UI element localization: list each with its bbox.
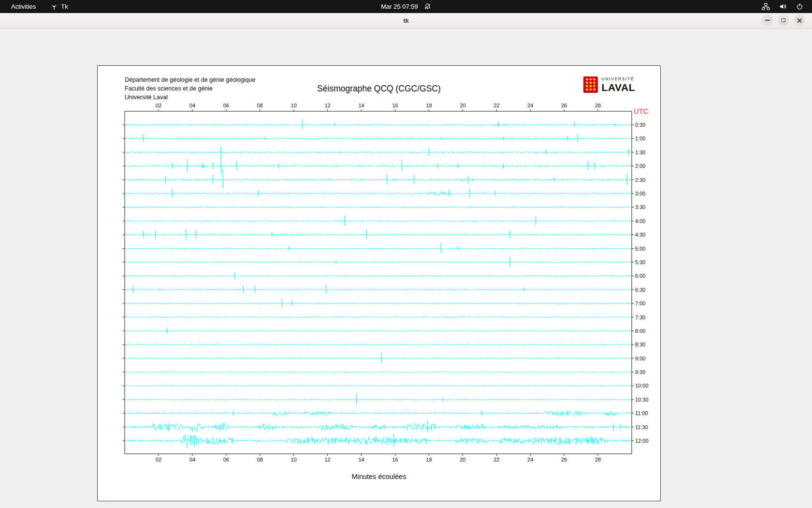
power-icon [796, 3, 803, 10]
svg-text:3:30: 3:30 [635, 204, 645, 210]
svg-text:6:00: 6:00 [635, 273, 645, 279]
svg-text:14: 14 [358, 103, 364, 108]
focused-app-indicator[interactable]: Tk [51, 3, 68, 10]
svg-text:9:30: 9:30 [635, 369, 645, 375]
svg-text:12: 12 [324, 457, 330, 463]
network-icon [762, 3, 770, 10]
maximize-button[interactable] [778, 15, 789, 26]
svg-text:24: 24 [527, 103, 533, 108]
clock-label: Mar 25 07:59 [381, 3, 418, 10]
svg-text:02: 02 [156, 457, 161, 463]
svg-text:22: 22 [493, 103, 499, 108]
svg-text:14: 14 [358, 457, 364, 463]
svg-text:2:00: 2:00 [635, 163, 645, 169]
svg-text:8:30: 8:30 [635, 342, 645, 347]
svg-text:28: 28 [595, 103, 601, 108]
svg-text:02: 02 [156, 103, 161, 108]
minimize-icon [765, 20, 770, 21]
notifications-muted-icon [424, 3, 431, 10]
tk-icon [51, 3, 58, 10]
x-axis-label: Minutes écoulées [98, 473, 660, 480]
svg-text:3:00: 3:00 [635, 191, 645, 196]
svg-text:18: 18 [426, 103, 432, 108]
activities-button[interactable]: Activities [6, 1, 41, 12]
svg-text:2:30: 2:30 [635, 177, 645, 183]
svg-text:1:00: 1:00 [635, 135, 645, 141]
svg-text:11:00: 11:00 [635, 410, 648, 416]
svg-text:26: 26 [561, 457, 567, 463]
svg-text:11:30: 11:30 [635, 424, 648, 430]
svg-text:4:00: 4:00 [635, 218, 645, 224]
window-controls: ✕ [762, 15, 805, 26]
focused-app-name: Tk [61, 3, 68, 10]
svg-text:1:30: 1:30 [635, 149, 645, 155]
svg-text:10: 10 [291, 457, 297, 463]
svg-text:10:30: 10:30 [635, 397, 649, 403]
screen: { "topbar": { "activities_label": "Activ… [0, 0, 812, 508]
svg-text:10: 10 [291, 103, 297, 108]
svg-text:5:00: 5:00 [635, 246, 645, 252]
svg-text:20: 20 [460, 103, 465, 108]
close-button[interactable]: ✕ [794, 15, 805, 26]
svg-text:26: 26 [561, 103, 567, 108]
clock-button[interactable]: Mar 25 07:59 [381, 0, 431, 13]
svg-text:04: 04 [189, 103, 195, 108]
window-title: tk [403, 17, 409, 24]
svg-text:28: 28 [595, 457, 601, 463]
svg-text:04: 04 [189, 457, 195, 463]
utc-label: UTC [634, 107, 649, 115]
svg-text:18: 18 [426, 457, 432, 463]
svg-text:8:00: 8:00 [635, 328, 645, 334]
close-icon: ✕ [797, 16, 803, 24]
maximize-icon [782, 18, 785, 22]
svg-text:10:00: 10:00 [635, 383, 649, 388]
svg-text:4:30: 4:30 [635, 232, 645, 238]
seismograph-panel: Département de géologie et de génie géol… [97, 65, 661, 501]
svg-text:08: 08 [257, 457, 263, 463]
svg-text:06: 06 [223, 457, 229, 463]
svg-text:16: 16 [392, 457, 398, 463]
svg-text:7:30: 7:30 [635, 314, 645, 320]
svg-text:12: 12 [324, 103, 330, 108]
volume-icon [779, 3, 787, 10]
svg-text:9:00: 9:00 [635, 356, 645, 361]
system-status-area[interactable] [762, 3, 803, 10]
svg-text:6:30: 6:30 [635, 287, 645, 293]
svg-text:06: 06 [223, 103, 229, 108]
seismogram-plot: 0202040406060808101012121414161618182020… [98, 66, 660, 501]
minimize-button[interactable] [762, 15, 773, 26]
window-titlebar[interactable]: tk ✕ [0, 13, 812, 29]
svg-text:12:00: 12:00 [635, 438, 649, 444]
svg-text:16: 16 [392, 103, 398, 108]
svg-text:0:30: 0:30 [635, 122, 645, 128]
svg-text:22: 22 [493, 457, 499, 463]
svg-text:08: 08 [257, 103, 263, 108]
svg-text:5:30: 5:30 [635, 259, 645, 265]
gnome-top-bar: Activities Tk Mar 25 07:59 [0, 0, 812, 13]
svg-text:24: 24 [527, 457, 533, 463]
tk-window-content: Département de géologie et de génie géol… [0, 28, 812, 508]
svg-text:7:00: 7:00 [635, 300, 645, 306]
svg-text:20: 20 [460, 457, 465, 463]
